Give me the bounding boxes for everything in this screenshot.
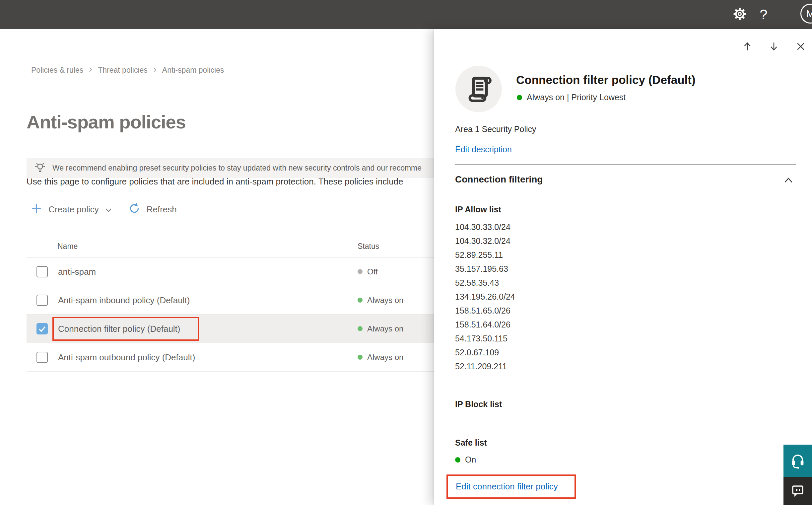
- table-row[interactable]: Anti-spam inbound policy (Default) Alway…: [26, 286, 434, 315]
- ip-entry: 52.58.35.43: [455, 276, 515, 290]
- gear-icon: [732, 6, 747, 23]
- breadcrumb: Policies & rules Threat policies Anti-sp…: [31, 65, 224, 75]
- policy-name: Anti-spam outbound policy (Default): [58, 352, 195, 362]
- chat-feedback-icon: [790, 482, 806, 500]
- status-on-dot: [455, 457, 460, 463]
- table-header: Name Status: [26, 235, 434, 258]
- ip-entry: 158.51.64.0/26: [455, 318, 515, 331]
- page-description: Use this page to configure policies that…: [26, 176, 434, 187]
- policy-table: Name Status anti-spam Off Anti-spam inbo…: [26, 235, 434, 372]
- policy-icon-badge: [455, 66, 502, 112]
- chevron-up-icon[interactable]: [784, 177, 793, 185]
- status-label: Always on: [367, 324, 403, 333]
- page-title: Anti-spam policies: [26, 111, 186, 133]
- ip-entry: 134.195.26.0/24: [455, 290, 515, 304]
- ip-entry: 158.51.65.0/26: [455, 304, 515, 318]
- ip-entry: 52.89.255.11: [455, 248, 515, 262]
- table-row-selected[interactable]: Connection filter policy (Default) Alway…: [26, 315, 434, 343]
- lightbulb-icon: [26, 161, 52, 175]
- policy-description: Area 1 Security Policy: [455, 125, 536, 134]
- policy-name-box: anti-spam: [52, 260, 199, 284]
- create-policy-label: Create policy: [48, 204, 99, 215]
- previous-item-button[interactable]: [742, 41, 753, 52]
- flyout-status-line: Always on | Priority Lowest: [517, 93, 626, 102]
- safe-list-status-text: On: [465, 455, 476, 465]
- status-label: Always on: [367, 353, 403, 362]
- policy-name: Anti-spam inbound policy (Default): [58, 295, 190, 305]
- status-cell: Always on: [358, 324, 403, 333]
- headset-icon: [789, 452, 806, 470]
- section-divider: [455, 164, 796, 165]
- edit-connection-filter-policy-link[interactable]: Edit connection filter policy: [456, 481, 558, 492]
- policy-name: Connection filter policy (Default): [58, 324, 180, 334]
- status-dot: [358, 298, 363, 303]
- flyout-status-text: Always on | Priority Lowest: [527, 93, 626, 102]
- help-button[interactable]: ?: [752, 0, 776, 29]
- safe-list-heading: Safe list: [455, 438, 487, 448]
- close-icon[interactable]: [795, 41, 806, 52]
- policy-name: anti-spam: [58, 267, 96, 277]
- table-row[interactable]: anti-spam Off: [26, 258, 434, 286]
- policy-name-box: Anti-spam inbound policy (Default): [52, 288, 199, 312]
- chevron-down-icon: [104, 205, 113, 216]
- ip-entry: 104.30.32.0/24: [455, 234, 515, 248]
- edit-description-link[interactable]: Edit description: [455, 145, 512, 154]
- refresh-icon: [128, 202, 141, 217]
- status-dot: [358, 269, 363, 274]
- policy-name-box: Connection filter policy (Default): [52, 317, 199, 341]
- ip-entry: 52.0.67.109: [455, 345, 515, 359]
- column-header-status[interactable]: Status: [358, 242, 379, 251]
- status-cell: Always on: [358, 353, 403, 362]
- row-checkbox[interactable]: [36, 352, 48, 363]
- flyout-nav: [434, 41, 812, 53]
- row-checkbox[interactable]: [36, 266, 48, 278]
- breadcrumb-policies-rules[interactable]: Policies & rules: [31, 65, 83, 75]
- top-app-bar: ? M: [0, 0, 812, 29]
- help-icon: ?: [760, 8, 767, 22]
- column-header-name[interactable]: Name: [57, 242, 77, 251]
- status-dot: [358, 326, 363, 331]
- table-row[interactable]: Anti-spam outbound policy (Default) Alwa…: [26, 343, 434, 372]
- scroll-icon: [464, 74, 493, 104]
- feedback-button[interactable]: [784, 477, 812, 505]
- flyout-title: Connection filter policy (Default): [516, 73, 695, 87]
- ip-entry: 52.11.209.211: [455, 359, 515, 373]
- edit-connection-filter-highlight: Edit connection filter policy: [446, 475, 576, 499]
- ip-entry: 104.30.33.0/24: [455, 220, 515, 234]
- status-dot: [358, 355, 363, 360]
- settings-button[interactable]: [728, 0, 752, 29]
- toolbar: Create policy Refresh: [30, 201, 177, 217]
- ip-entry: 54.173.50.115: [455, 331, 515, 345]
- next-item-button[interactable]: [768, 41, 780, 52]
- recommendation-banner: We recommend enabling preset security po…: [26, 158, 434, 178]
- section-connection-filtering: Connection filtering: [455, 174, 543, 185]
- refresh-label: Refresh: [147, 204, 177, 215]
- plus-icon: [30, 202, 42, 217]
- ip-allow-list: 104.30.33.0/24 104.30.32.0/24 52.89.255.…: [455, 220, 515, 373]
- ip-entry: 35.157.195.63: [455, 262, 515, 276]
- create-policy-button[interactable]: Create policy: [30, 202, 113, 217]
- policy-name-box: Anti-spam outbound policy (Default): [52, 345, 199, 369]
- banner-text: We recommend enabling preset security po…: [52, 164, 422, 173]
- safe-list-status: On: [455, 455, 476, 465]
- chevron-right-icon: [88, 65, 93, 75]
- details-flyout: Connection filter policy (Default) Alway…: [434, 29, 812, 505]
- chevron-right-icon: [152, 65, 158, 75]
- support-button[interactable]: [784, 445, 812, 477]
- status-cell: Always on: [358, 296, 403, 305]
- status-label: Off: [367, 267, 378, 277]
- row-checkbox[interactable]: [36, 295, 48, 306]
- row-checkbox[interactable]: [36, 323, 48, 334]
- ip-allow-list-heading: IP Allow list: [455, 205, 501, 214]
- refresh-button[interactable]: Refresh: [128, 202, 177, 217]
- status-cell: Off: [358, 267, 378, 277]
- breadcrumb-threat-policies[interactable]: Threat policies: [98, 65, 148, 75]
- status-label: Always on: [367, 296, 403, 305]
- avatar-initial: M: [806, 8, 812, 19]
- status-on-dot: [517, 95, 522, 100]
- ip-block-list-heading: IP Block list: [455, 399, 502, 409]
- breadcrumb-anti-spam-policies[interactable]: Anti-spam policies: [162, 65, 224, 75]
